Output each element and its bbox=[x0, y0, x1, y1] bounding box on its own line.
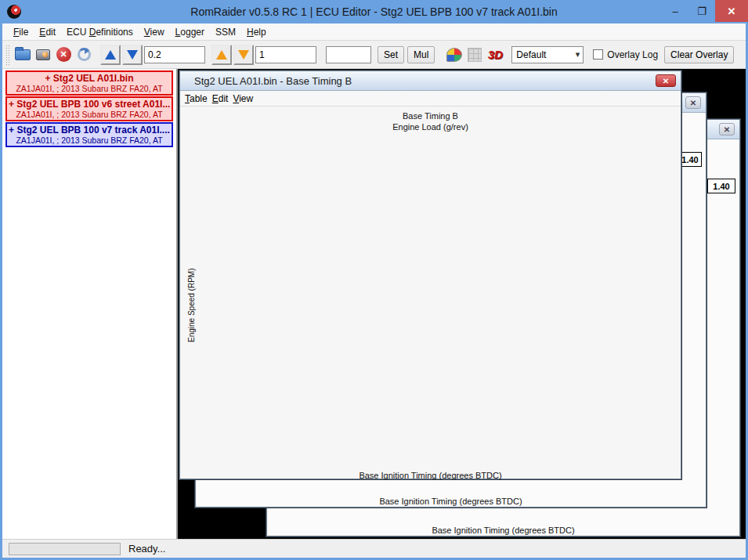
close-circle-icon: ✕ bbox=[56, 47, 71, 62]
status-text: Ready... bbox=[128, 543, 165, 555]
minimize-button[interactable]: – bbox=[662, 0, 688, 22]
up-arrow-icon bbox=[105, 50, 116, 60]
coarse-increment-button[interactable] bbox=[100, 45, 121, 65]
window3-close-button[interactable]: ✕ bbox=[719, 123, 735, 135]
rom-list-item[interactable]: + Stg2 UEL BPB 100 v7 track A01I....ZA1J… bbox=[5, 122, 173, 147]
fine-decrement-button[interactable] bbox=[233, 45, 254, 65]
profile-selected-value: Default bbox=[516, 49, 546, 60]
overlay-log-label: Overlay Log bbox=[607, 49, 658, 60]
main-area: + Stg2 UEL A01I.binZA1JA01I, ; 2013 Suba… bbox=[2, 69, 746, 539]
down-arrow-icon bbox=[238, 50, 249, 60]
romraider-window: RomRaider v0.5.8 RC 1 | ECU Editor - Stg… bbox=[0, 0, 748, 560]
refresh-button[interactable] bbox=[74, 45, 94, 65]
save-rom-button[interactable] bbox=[33, 45, 53, 65]
menu-ecu-definitions[interactable]: ECU Definitions bbox=[62, 24, 138, 40]
menu-edit[interactable]: Edit bbox=[34, 24, 60, 40]
close-rom-button[interactable]: ✕ bbox=[53, 45, 74, 65]
3d-view-button[interactable]: 3D bbox=[485, 45, 505, 65]
window3-footer-label: Base Ignition Timing (degrees BTDC) bbox=[268, 526, 739, 535]
profile-select[interactable]: Default bbox=[511, 46, 584, 63]
window-title: RomRaider v0.5.8 RC 1 | ECU Editor - Stg… bbox=[0, 5, 748, 18]
color-scale-button[interactable] bbox=[444, 45, 464, 65]
rom-subtitle: ZA1JA01I, ; 2013 Subaru BRZ FA20, AT bbox=[9, 135, 170, 145]
menu-ssm[interactable]: SSM bbox=[211, 24, 240, 40]
window2-footer-label: Base Ignition Timing (degrees BTDC) bbox=[197, 497, 705, 506]
window3-column-header: 1.40 bbox=[707, 179, 735, 193]
rom-subtitle: ZA1JA01I, ; 2013 Subaru BRZ FA20, AT bbox=[9, 84, 170, 93]
checkbox-box bbox=[593, 49, 603, 60]
mdi-desktop: ✕ 1.40 Base Ignition Timing (degrees BTD… bbox=[178, 69, 746, 539]
table-menu-view[interactable]: View bbox=[233, 93, 253, 104]
open-rom-button[interactable] bbox=[13, 45, 33, 65]
set-button[interactable]: Set bbox=[378, 46, 404, 63]
mul-button[interactable]: Mul bbox=[407, 46, 435, 63]
front-window-body: Base Timing B Engine Load (g/rev) Engine… bbox=[181, 107, 680, 478]
menu-file[interactable]: File bbox=[9, 24, 33, 40]
up-arrow-icon bbox=[216, 50, 227, 60]
open-folder-icon bbox=[15, 49, 31, 60]
menu-help[interactable]: Help bbox=[242, 24, 271, 40]
palette-icon bbox=[446, 48, 462, 62]
status-bar: Ready... bbox=[2, 539, 746, 558]
overlay-log-checkbox[interactable]: Overlay Log bbox=[593, 49, 658, 60]
rom-list-panel: + Stg2 UEL A01I.binZA1JA01I, ; 2013 Suba… bbox=[2, 69, 178, 539]
grid-icon bbox=[468, 48, 482, 62]
menu-logger[interactable]: Logger bbox=[171, 24, 209, 40]
set-value-input[interactable] bbox=[326, 46, 371, 63]
front-footer-label: Base Ignition Timing (degrees BTDC) bbox=[181, 471, 680, 480]
x-axis-label: Engine Load (g/rev) bbox=[181, 121, 680, 132]
coarse-value-input[interactable] bbox=[144, 46, 205, 63]
window2-close-button[interactable]: ✕ bbox=[685, 96, 701, 109]
front-window-menu-bar: TableEditView bbox=[180, 91, 681, 107]
rom-title: + Stg2 UEL BPB 100 v7 track A01I.... bbox=[9, 125, 170, 135]
fine-value-input[interactable] bbox=[255, 46, 316, 63]
coarse-decrement-button[interactable] bbox=[122, 45, 143, 65]
rom-title: + Stg2 UEL A01I.bin bbox=[9, 73, 170, 84]
window2-column-header: 1.40 bbox=[678, 152, 702, 167]
fine-increment-button[interactable] bbox=[211, 45, 232, 65]
table-menu-table[interactable]: Table bbox=[185, 93, 208, 104]
rom-list-item[interactable]: + Stg2 UEL BPB 100 v6 street A01I....ZA1… bbox=[5, 96, 173, 121]
toolbar: ✕ Set Mul 3D Default Overlay Log Clear O… bbox=[2, 41, 746, 69]
3d-icon: 3D bbox=[488, 48, 503, 61]
editor-window-front: Stg2 UEL A01I.bin - Base Timing B ✕ Tabl… bbox=[179, 70, 681, 479]
rom-subtitle: ZA1JA01I, ; 2013 Subaru BRZ FA20, AT bbox=[9, 110, 170, 119]
refresh-icon bbox=[78, 48, 91, 61]
table-menu-edit[interactable]: Edit bbox=[212, 93, 229, 104]
table-name-label: Base Timing B bbox=[181, 110, 680, 121]
rom-list-item[interactable]: + Stg2 UEL A01I.binZA1JA01I, ; 2013 Suba… bbox=[5, 70, 173, 96]
front-window-title-bar: Stg2 UEL A01I.bin - Base Timing B ✕ bbox=[180, 71, 681, 91]
close-button[interactable]: ✕ bbox=[715, 0, 748, 22]
down-arrow-icon bbox=[127, 50, 138, 60]
maximize-button[interactable]: ❐ bbox=[688, 0, 715, 22]
menu-bar: FileEditECU DefinitionsViewLoggerSSMHelp bbox=[2, 23, 746, 41]
title-bar: RomRaider v0.5.8 RC 1 | ECU Editor - Stg… bbox=[0, 0, 748, 23]
save-disk-icon bbox=[36, 49, 50, 60]
toolbar-drag-handle[interactable] bbox=[5, 45, 9, 65]
menu-view[interactable]: View bbox=[139, 24, 169, 40]
front-window-close-button[interactable]: ✕ bbox=[656, 74, 676, 87]
clear-overlay-button[interactable]: Clear Overlay bbox=[664, 46, 734, 63]
progress-box bbox=[9, 543, 121, 555]
y-axis-label: Engine Speed (RPM) bbox=[187, 269, 196, 343]
front-window-title: Stg2 UEL A01I.bin - Base Timing B bbox=[185, 75, 352, 87]
grid-view-button[interactable] bbox=[464, 45, 485, 65]
rom-title: + Stg2 UEL BPB 100 v6 street A01I.... bbox=[9, 99, 170, 110]
